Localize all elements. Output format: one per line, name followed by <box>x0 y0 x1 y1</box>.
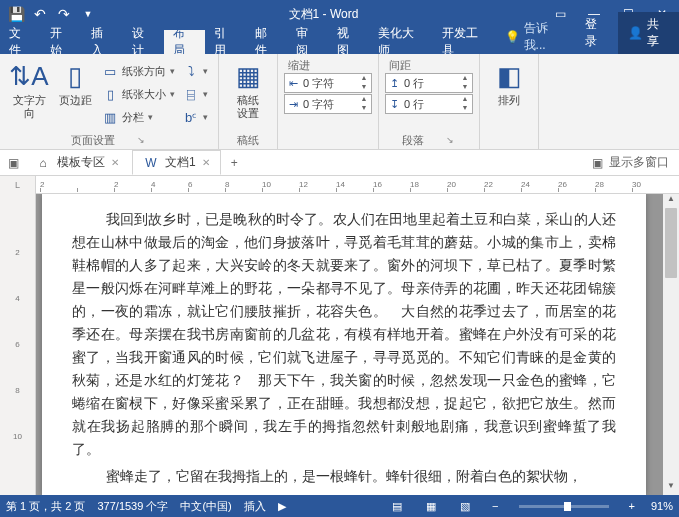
status-word-count[interactable]: 377/1539 个字 <box>97 499 168 514</box>
spin-down-icon[interactable]: ▼ <box>458 104 472 113</box>
document-tabs: ▣ ⌂模板专区✕ W文档1✕ + ▣显示多窗口 <box>0 150 679 176</box>
writing-paper-icon: ▦ <box>232 60 264 92</box>
margins-button[interactable]: ▯ 页边距 <box>52 58 98 109</box>
spin-up-icon[interactable]: ▲ <box>357 74 371 83</box>
document-page[interactable]: 我回到故乡时，已是晚秋的时令了。农人们在田地里起着土豆和白菜，采山的人还想在山林… <box>42 194 646 495</box>
scroll-thumb[interactable] <box>665 208 677 278</box>
login-button[interactable]: 登录 <box>575 12 618 54</box>
spacing-after-input[interactable]: ↧0 行▲▼ <box>385 94 473 114</box>
scroll-down-icon[interactable]: ▼ <box>663 481 679 495</box>
horizontal-ruler[interactable]: 224681012141618202224262830 <box>36 176 679 194</box>
undo-icon[interactable]: ↶ <box>30 4 50 24</box>
ribbon-tabs: 文件 开始 插入 设计 布局 引用 邮件 审阅 视图 美化大师 开发工具 💡告诉… <box>0 28 679 54</box>
status-insert-mode[interactable]: 插入 <box>244 499 266 514</box>
breaks-icon: ⤵ <box>183 63 199 79</box>
tab-developer[interactable]: 开发工具 <box>433 30 497 54</box>
tab-close-icon[interactable]: ✕ <box>111 157 119 168</box>
status-bar: 第 1 页，共 2 页 377/1539 个字 中文(中国) 插入 ▶ ▤ ▦ … <box>0 495 679 517</box>
qat-dropdown-icon[interactable]: ▼ <box>78 4 98 24</box>
orientation-button[interactable]: ▭纸张方向▾ <box>98 60 179 82</box>
ruler-corner[interactable]: L <box>0 176 36 194</box>
spacing-before-input[interactable]: ↥0 行▲▼ <box>385 73 473 93</box>
view-web-icon[interactable]: ▧ <box>454 497 476 515</box>
tab-template-center[interactable]: ⌂模板专区✕ <box>24 150 130 175</box>
zoom-slider[interactable] <box>519 505 609 508</box>
spin-up-icon[interactable]: ▲ <box>458 74 472 83</box>
indent-left-input[interactable]: ⇤0 字符▲▼ <box>284 73 372 93</box>
spin-down-icon[interactable]: ▼ <box>357 83 371 92</box>
size-icon: ▯ <box>102 86 118 102</box>
redo-icon[interactable]: ↷ <box>54 4 74 24</box>
paper-size-button[interactable]: ▯纸张大小▾ <box>98 83 179 105</box>
columns-icon: ▥ <box>102 109 118 125</box>
vertical-ruler[interactable]: 246810 <box>0 194 36 495</box>
breaks-button[interactable]: ⤵▾ <box>179 60 212 82</box>
zoom-out-button[interactable]: − <box>488 500 502 512</box>
writing-paper-button[interactable]: ▦ 稿纸 设置 <box>225 58 271 122</box>
text-direction-icon: ⇅A <box>13 60 45 92</box>
status-macro-icon[interactable]: ▶ <box>278 500 286 513</box>
multi-window-toggle[interactable]: ▣显示多窗口 <box>592 154 675 171</box>
tab-document1[interactable]: W文档1✕ <box>132 150 221 175</box>
tab-references[interactable]: 引用 <box>205 30 246 54</box>
tab-mailings[interactable]: 邮件 <box>246 30 287 54</box>
tab-beautify[interactable]: 美化大师 <box>369 30 433 54</box>
spacing-before-icon: ↥ <box>386 77 402 90</box>
view-print-icon[interactable]: ▦ <box>420 497 442 515</box>
view-read-icon[interactable]: ▤ <box>386 497 408 515</box>
paragraph-1[interactable]: 我回到故乡时，已是晚秋的时令了。农人们在田地里起着土豆和白菜，采山的人还想在山林… <box>72 208 616 461</box>
tab-file[interactable]: 文件 <box>0 30 41 54</box>
line-numbers-button[interactable]: ⌸▾ <box>179 83 212 105</box>
hyphenation-button[interactable]: bᶜ▾ <box>179 106 212 128</box>
arrange-button[interactable]: ◧ 排列 <box>486 58 532 109</box>
word-doc-icon: W <box>143 155 159 171</box>
tab-layout[interactable]: 布局 <box>164 30 205 54</box>
window-title: 文档1 - Word <box>104 6 543 23</box>
text-direction-button[interactable]: ⇅A 文字方向 <box>6 58 52 122</box>
paragraph-2[interactable]: 蜜蜂走了，它留在我拇指上的，是一根蜂针。蜂针很细，附着白色的絮状物， <box>72 465 616 488</box>
orientation-icon: ▭ <box>102 63 118 79</box>
spin-down-icon[interactable]: ▼ <box>357 104 371 113</box>
lightbulb-icon: 💡 <box>505 30 520 44</box>
chevron-down-icon: ▾ <box>148 112 153 122</box>
share-button[interactable]: 👤共享 <box>618 12 679 54</box>
spacing-after-icon: ↧ <box>386 98 402 111</box>
hyphenation-icon: bᶜ <box>183 109 199 125</box>
share-icon: 👤 <box>628 26 643 40</box>
indent-right-input[interactable]: ⇥0 字符▲▼ <box>284 94 372 114</box>
status-page[interactable]: 第 1 页，共 2 页 <box>6 499 85 514</box>
arrange-icon: ◧ <box>493 60 525 92</box>
status-language[interactable]: 中文(中国) <box>180 499 231 514</box>
spacing-header: 间距 <box>385 58 411 72</box>
line-numbers-icon: ⌸ <box>183 86 199 102</box>
tab-close-icon[interactable]: ✕ <box>202 157 210 168</box>
spin-down-icon[interactable]: ▼ <box>458 83 472 92</box>
tab-design[interactable]: 设计 <box>123 30 164 54</box>
tab-view[interactable]: 视图 <box>328 30 369 54</box>
tell-me-search[interactable]: 💡告诉我... <box>497 20 575 54</box>
indent-left-icon: ⇤ <box>285 77 301 90</box>
paragraph-launcher[interactable]: ↘ <box>444 135 456 145</box>
ribbon: ⇅A 文字方向 ▯ 页边距 ▭纸张方向▾ ▯纸张大小▾ ▥分栏▾ ⤵▾ ⌸▾ b… <box>0 54 679 150</box>
paragraph-label: 段落 <box>402 133 424 148</box>
margins-icon: ▯ <box>59 60 91 92</box>
zoom-level[interactable]: 91% <box>651 500 673 512</box>
new-tab-button[interactable]: + <box>223 154 246 172</box>
page-setup-launcher[interactable]: ↘ <box>135 135 147 145</box>
zoom-in-button[interactable]: + <box>625 500 639 512</box>
nav-pane-icon[interactable]: ▣ <box>4 156 22 170</box>
save-icon[interactable]: 💾 <box>6 4 26 24</box>
window-icon: ▣ <box>592 156 603 170</box>
scroll-up-icon[interactable]: ▲ <box>663 194 679 208</box>
tab-home[interactable]: 开始 <box>41 30 82 54</box>
columns-button[interactable]: ▥分栏▾ <box>98 106 179 128</box>
indent-right-icon: ⇥ <box>285 98 301 111</box>
indent-header: 缩进 <box>284 58 310 72</box>
spin-up-icon[interactable]: ▲ <box>458 95 472 104</box>
zoom-slider-thumb[interactable] <box>564 502 571 511</box>
vertical-scrollbar[interactable]: ▲ ▼ <box>663 194 679 495</box>
home-icon: ⌂ <box>35 155 51 171</box>
tab-review[interactable]: 审阅 <box>287 30 328 54</box>
tab-insert[interactable]: 插入 <box>82 30 123 54</box>
spin-up-icon[interactable]: ▲ <box>357 95 371 104</box>
